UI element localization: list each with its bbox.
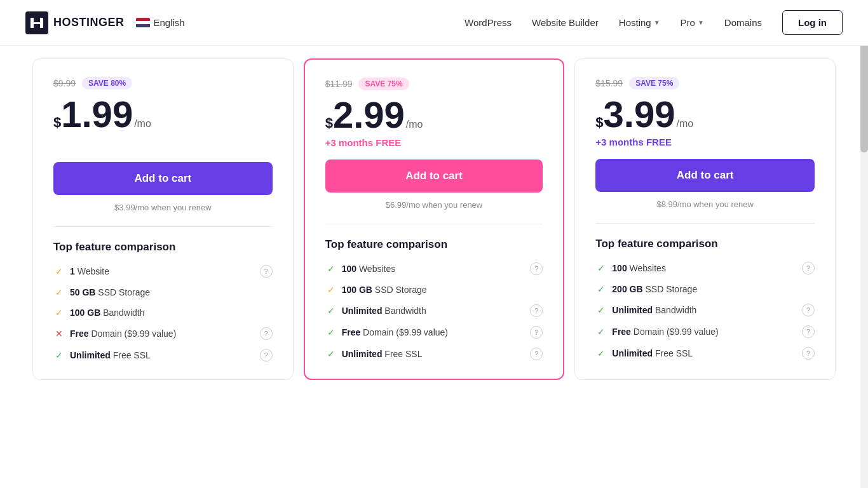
feature-text: Free Domain ($9.99 value) (342, 327, 448, 337)
info-icon[interactable]: ? (802, 325, 815, 338)
price-amount: 2.99 (333, 97, 405, 133)
info-icon[interactable]: ? (260, 349, 273, 362)
main-content: $9.99 SAVE 80% $ 1.99 /mo Add to cart $3… (0, 46, 868, 405)
hosting-dropdown-arrow: ▼ (654, 19, 660, 26)
language-selector[interactable]: English (136, 17, 185, 28)
add-to-cart-button[interactable]: Add to cart (595, 159, 815, 192)
nav-website-builder[interactable]: Website Builder (532, 17, 599, 28)
add-to-cart-button[interactable]: Add to cart (53, 162, 273, 195)
price-main: $ 1.99 /mo (53, 96, 273, 133)
plan-card-business: $15.99 SAVE 75% $ 3.99 /mo +3 months FRE… (574, 58, 836, 380)
months-free-badge: +3 months FREE (595, 137, 815, 147)
feature-list: ✓ 1 Website ? ✓ 50 GB SSD Storage ✓ 100 … (53, 265, 273, 362)
logo[interactable]: HOSTINGER (25, 11, 125, 34)
price-header: $15.99 SAVE 75% (595, 77, 815, 90)
renew-text: $6.99/mo when you renew (325, 200, 543, 210)
scrollbar-track[interactable] (860, 0, 868, 405)
feature-left: ✓ 100 GB SSD Storage (325, 284, 427, 295)
info-icon[interactable]: ? (802, 262, 815, 274)
renew-text: $3.99/mo when you renew (53, 203, 273, 212)
info-icon[interactable]: ? (530, 304, 543, 317)
save-badge: SAVE 75% (358, 78, 409, 90)
pricing-grid: $9.99 SAVE 80% $ 1.99 /mo Add to cart $3… (27, 58, 841, 380)
feature-item: ✓ Unlimited Bandwidth ? (325, 304, 543, 317)
feature-text: 1 Website (70, 266, 109, 276)
feature-item: ✓ Unlimited Free SSL ? (53, 349, 273, 362)
green-check-icon: ✓ (325, 348, 337, 360)
price-header: $11.99 SAVE 75% (325, 78, 543, 90)
nav-wordpress[interactable]: WordPress (465, 17, 512, 28)
feature-comparison-title: Top feature comparison (325, 238, 543, 251)
feature-item: ✓ Unlimited Bandwidth ? (595, 304, 815, 316)
feature-left: ✓ Free Domain ($9.99 value) (595, 326, 718, 337)
feature-list: ✓ 100 Websites ? ✓ 100 GB SSD Storage ✓ … (325, 262, 543, 360)
us-flag-icon (136, 18, 150, 28)
info-icon[interactable]: ? (802, 304, 815, 316)
price-dollar-sign: $ (53, 114, 61, 131)
logo-text: HOSTINGER (53, 16, 125, 29)
section-divider (595, 223, 815, 224)
info-icon[interactable]: ? (260, 327, 273, 340)
green-check-icon: ✓ (53, 349, 65, 361)
feature-item: ✕ Free Domain ($9.99 value) ? (53, 327, 273, 340)
nav-hosting[interactable]: Hosting ▼ (619, 17, 660, 28)
yellow-check-icon: ✓ (53, 266, 65, 277)
plan-card-single: $9.99 SAVE 80% $ 1.99 /mo Add to cart $3… (32, 58, 294, 380)
nav-pro[interactable]: Pro ▼ (681, 17, 704, 28)
info-icon[interactable]: ? (530, 326, 543, 339)
green-check-icon: ✓ (595, 304, 607, 316)
price-dollar-sign: $ (595, 114, 603, 131)
months-free-badge: +3 months FREE (325, 137, 543, 148)
scrollbar-thumb[interactable] (860, 38, 868, 152)
green-check-icon: ✓ (595, 348, 607, 359)
info-icon[interactable]: ? (802, 347, 815, 360)
feature-text: Unlimited Free SSL (342, 349, 423, 359)
feature-item: ✓ 100 Websites ? (325, 262, 543, 275)
yellow-check-icon: ✓ (53, 307, 65, 318)
yellow-check-icon: ✓ (325, 284, 337, 295)
green-check-icon: ✓ (595, 262, 607, 274)
original-price: $11.99 (325, 79, 353, 89)
feature-left: ✓ Unlimited Free SSL (595, 348, 693, 359)
feature-left: ✓ Unlimited Bandwidth (325, 305, 426, 316)
feature-text: Unlimited Free SSL (70, 350, 151, 360)
feature-left: ✓ Unlimited Free SSL (53, 349, 151, 361)
feature-item: ✓ Free Domain ($9.99 value) ? (595, 325, 815, 338)
price-per-mo: /mo (134, 118, 151, 130)
original-price: $15.99 (595, 78, 623, 88)
login-button[interactable]: Log in (782, 10, 843, 35)
green-check-icon: ✓ (595, 326, 607, 337)
add-to-cart-button[interactable]: Add to cart (325, 159, 543, 193)
feature-text: 50 GB SSD Storage (70, 287, 150, 297)
save-badge: SAVE 75% (629, 77, 679, 90)
price-header: $9.99 SAVE 80% (53, 77, 273, 90)
info-icon[interactable]: ? (260, 265, 273, 278)
feature-item: ✓ 100 GB SSD Storage (325, 284, 543, 295)
green-check-icon: ✓ (595, 283, 607, 295)
feature-text: Unlimited Bandwidth (612, 305, 696, 315)
price-amount: 1.99 (61, 96, 133, 133)
language-label: English (154, 17, 185, 28)
feature-text: 100 GB SSD Storage (342, 285, 427, 295)
hostinger-logo-icon (25, 11, 48, 34)
info-icon[interactable]: ? (530, 262, 543, 275)
price-per-mo: /mo (406, 119, 423, 130)
feature-item: ✓ Unlimited Free SSL ? (595, 347, 815, 360)
price-per-mo: /mo (676, 118, 693, 130)
plan-card-premium: $11.99 SAVE 75% $ 2.99 /mo +3 months FRE… (304, 58, 565, 380)
pro-dropdown-arrow: ▼ (698, 19, 704, 26)
feature-text: 100 GB Bandwidth (70, 308, 145, 318)
yellow-check-icon: ✓ (53, 287, 65, 298)
feature-left: ✓ 100 Websites (595, 262, 666, 274)
feature-text: 200 GB SSD Storage (612, 284, 697, 294)
feature-item: ✓ Unlimited Free SSL ? (325, 348, 543, 360)
feature-left: ✓ 100 GB Bandwidth (53, 307, 145, 318)
nav-domains[interactable]: Domains (724, 17, 762, 28)
feature-text: Free Domain ($9.99 value) (612, 327, 718, 337)
feature-item: ✓ Free Domain ($9.99 value) ? (325, 326, 543, 339)
original-price: $9.99 (53, 78, 76, 88)
info-icon[interactable]: ? (530, 348, 543, 360)
header-left: HOSTINGER English (25, 11, 185, 34)
feature-left: ✓ Unlimited Free SSL (325, 348, 423, 360)
green-check-icon: ✓ (325, 327, 337, 338)
